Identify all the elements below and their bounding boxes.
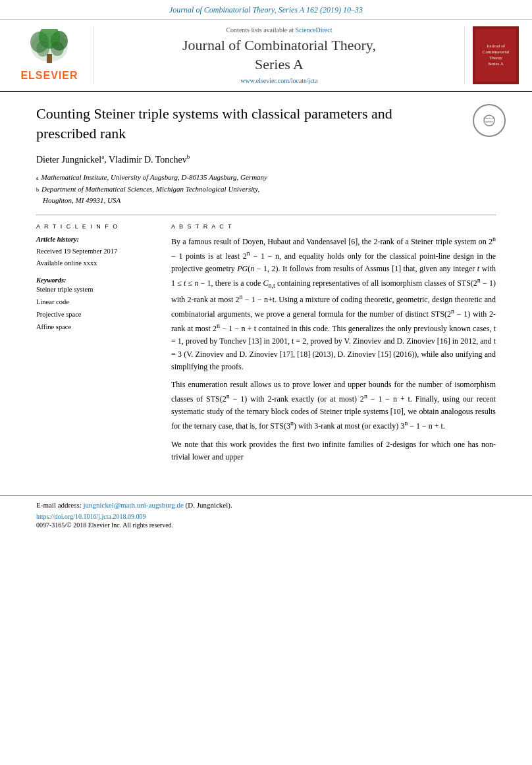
- authors-line: Dieter Jungnickela, Vladimir D. Tonchevb: [36, 153, 496, 165]
- keyword-4: Affine space: [36, 321, 158, 334]
- journal-citation-bar: Journal of Combinatorial Theory, Series …: [0, 0, 532, 20]
- article-info-label: A R T I C L E I N F O: [36, 223, 158, 230]
- affil-sup-b: b: [36, 186, 39, 195]
- sciencedirect-link[interactable]: ScienceDirect: [295, 26, 332, 34]
- author-sup-a: a: [101, 153, 104, 160]
- check-updates-icon: Check for updates: [483, 114, 496, 127]
- svg-text:updates: updates: [485, 120, 494, 123]
- journal-cover-thumbnail: Journal of Combinatorial Theory Series A: [473, 26, 519, 84]
- email-label: E-mail address:: [36, 501, 82, 509]
- affil-line-b: b Department of Mathematical Sciences, M…: [36, 184, 496, 196]
- abstract-label: A B S T R A C T: [171, 223, 496, 230]
- article-title: Counting Steiner triple systems with cla…: [36, 104, 405, 143]
- affiliations: a Mathematical Institute, University of …: [36, 172, 496, 207]
- contents-available-line: Contents lists available at ScienceDirec…: [226, 26, 332, 34]
- copyright-line: 0097-3165/© 2018 Elsevier Inc. All right…: [36, 521, 496, 529]
- affil-line-a: a Mathematical Institute, University of …: [36, 172, 496, 184]
- affil-sup-a: a: [36, 174, 39, 183]
- section-divider: [36, 215, 496, 215]
- abstract-para-2: This enumeration result allows us to pro…: [171, 379, 496, 433]
- abstract-para-1: By a famous result of Doyen, Hubaut and …: [171, 234, 496, 373]
- journal-url[interactable]: www.elsevier.com/locate/jcta: [240, 77, 318, 84]
- abstract-column: A B S T R A C T By a famous result of Do…: [171, 223, 496, 469]
- keyword-2: Linear code: [36, 296, 158, 309]
- article-history: Article history: Received 19 September 2…: [36, 234, 158, 269]
- title-area: Counting Steiner triple systems with cla…: [36, 104, 496, 143]
- journal-header: ELSEVIER Contents lists available at Sci…: [0, 20, 532, 92]
- received-date: Received 19 September 2017: [36, 246, 158, 257]
- svg-rect-7: [47, 54, 52, 63]
- keyword-1: Steiner triple system: [36, 284, 158, 296]
- doi-line[interactable]: https://doi.org/10.1016/j.jcta.2018.09.0…: [36, 513, 496, 520]
- keywords-section: Keywords: Steiner triple system Linear c…: [36, 277, 158, 334]
- email-line: E-mail address: jungnickel@math.uni-augs…: [36, 501, 496, 509]
- author-sup-b: b: [187, 153, 190, 160]
- history-label: Article history:: [36, 234, 158, 246]
- abstract-para-3: We note that this work provides the firs…: [171, 438, 496, 463]
- cover-image: Journal of Combinatorial Theory Series A: [475, 29, 516, 82]
- author-email-link[interactable]: jungnickel@math.uni-augsburg.de: [83, 501, 185, 509]
- keyword-3: Projective space: [36, 309, 158, 321]
- keywords-list: Steiner triple system Linear code Projec…: [36, 284, 158, 334]
- main-content: Counting Steiner triple systems with cla…: [0, 92, 532, 482]
- elsevier-wordmark: ELSEVIER: [20, 70, 78, 82]
- email-suffix: (D. Jungnickel).: [186, 501, 232, 509]
- elsevier-tree-icon: [23, 29, 76, 68]
- two-column-layout: A R T I C L E I N F O Article history: R…: [36, 223, 496, 469]
- doi-link[interactable]: https://doi.org/10.1016/j.jcta.2018.09.0…: [36, 513, 146, 520]
- svg-point-6: [51, 41, 64, 56]
- check-updates-badge[interactable]: Check for updates: [473, 104, 506, 137]
- journal-title-display: Journal of Combinatorial Theory, Series …: [182, 36, 376, 74]
- available-online: Available online xxxx: [36, 257, 158, 269]
- keywords-label: Keywords:: [36, 277, 158, 284]
- abstract-text: By a famous result of Doyen, Hubaut and …: [171, 234, 496, 463]
- elsevier-logo: ELSEVIER: [13, 26, 86, 84]
- footer-area: E-mail address: jungnickel@math.uni-augs…: [0, 495, 532, 529]
- affil-line-b2: Houghton, MI 49931, USA: [36, 195, 496, 207]
- journal-citation-text: Journal of Combinatorial Theory, Series …: [169, 5, 363, 14]
- article-info-column: A R T I C L E I N F O Article history: R…: [36, 223, 158, 469]
- journal-center-info: Contents lists available at ScienceDirec…: [93, 26, 465, 84]
